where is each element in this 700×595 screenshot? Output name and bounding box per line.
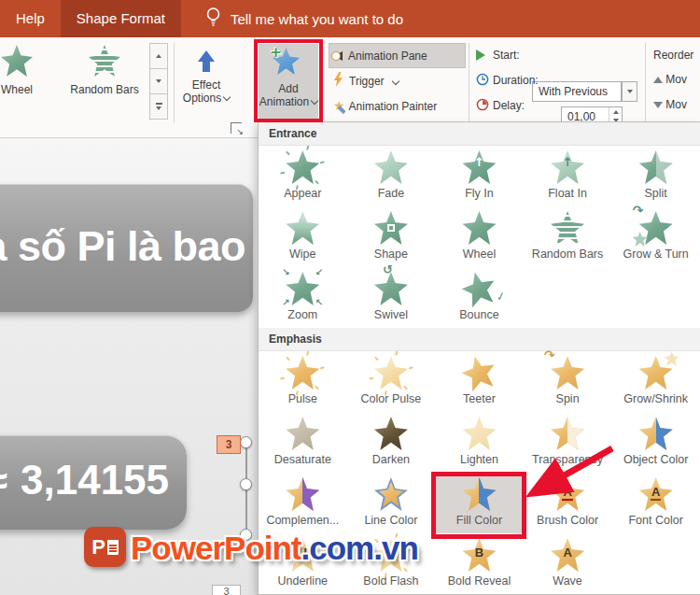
animation-pane-button[interactable]: Animation Pane <box>329 43 466 68</box>
menu-item-label: Fly In <box>465 187 494 200</box>
start-label: Start: <box>493 49 520 62</box>
slide-title-shape[interactable]: a số Pi là bao <box>0 184 253 312</box>
menu-item-label: Random Bars <box>532 248 603 261</box>
menu-item-teeter[interactable]: Teeter <box>435 351 524 412</box>
menu-item-label: Line Color <box>364 514 417 527</box>
trigger-button[interactable]: Trigger <box>329 69 403 92</box>
object-color-star-icon <box>639 417 673 450</box>
title-bar: Help Shape Format Tell me what you want … <box>0 0 700 37</box>
menu-item-color-pulse[interactable]: Color Pulse <box>347 351 436 412</box>
fade-star-icon <box>374 150 408 184</box>
animation-number-badge[interactable]: 3 <box>217 435 241 454</box>
menu-item-label: Lighten <box>460 453 498 466</box>
menu-item-label: Underline <box>278 574 329 588</box>
menu-section-header-emphasis: Emphasis <box>259 328 700 351</box>
duration-row: Duration: <box>476 69 539 92</box>
delay-row: Delay: <box>476 94 525 117</box>
duration-up-icon[interactable] <box>609 107 622 117</box>
menu-item-underline[interactable]: UUnderline <box>259 533 347 594</box>
zoom-star-icon: ↘↙↗↖ <box>286 272 319 305</box>
color-pulse-star-icon <box>374 356 408 390</box>
bounce-star-icon: ✓ <box>459 268 500 309</box>
dialog-launcher-icon[interactable]: ↘ <box>231 122 242 134</box>
menu-item-grow-turn[interactable]: ↷Grow & Turn <box>611 206 700 267</box>
menu-item-fly-in[interactable]: ↑Fly In <box>435 146 524 206</box>
menu-item-label: Wipe <box>289 248 315 261</box>
menu-item-swivel[interactable]: ↺Swivel <box>347 267 436 328</box>
teeter-star-icon <box>459 352 500 393</box>
menu-item-bold-flash[interactable]: BBold Flash <box>347 533 436 594</box>
menu-item-lighten[interactable]: Lighten <box>435 412 524 473</box>
menu-item-label: Brush Color <box>537 514 598 527</box>
effect-options-button[interactable]: Effect Options <box>177 42 235 128</box>
start-dropdown-arrow-icon[interactable] <box>622 81 637 102</box>
selection-handle-top[interactable] <box>240 436 252 448</box>
tab-shape-format[interactable]: Shape Format <box>61 0 181 37</box>
start-play-icon <box>476 50 485 61</box>
annotation-box-add-animation <box>254 39 323 122</box>
menu-item-darken[interactable]: Darken <box>347 412 436 473</box>
move-later-button[interactable]: Mov <box>653 98 687 111</box>
menu-item-desaturate[interactable]: Desaturate <box>259 412 347 473</box>
animation-pane-label: Animation Pane <box>348 50 427 63</box>
menu-item-appear[interactable]: Appear <box>259 146 347 206</box>
menu-item-bounce[interactable]: ✓Bounce <box>435 267 524 328</box>
menu-item-wave[interactable]: AWave <box>524 533 612 594</box>
animation-painter-icon: ★ <box>333 100 343 113</box>
menu-item-random-bars[interactable]: Random Bars <box>524 206 612 267</box>
duration-clock-icon <box>476 73 489 89</box>
menu-item-line-color[interactable]: Line Color <box>347 473 436 533</box>
gallery-scroll-down-icon[interactable] <box>149 68 168 94</box>
font-color-star-icon: A <box>639 477 673 511</box>
animation-number-badge-bottom[interactable]: 3 <box>212 585 241 595</box>
menu-item-label: Object Color <box>623 453 688 466</box>
tab-help[interactable]: Help <box>0 0 61 37</box>
wave-star-icon: A <box>551 538 584 572</box>
menu-item-shape[interactable]: Shape <box>347 206 436 267</box>
swivel-star-icon: ↺ <box>374 272 408 305</box>
menu-item-pulse[interactable]: Pulse <box>259 351 347 412</box>
wheel-star-icon <box>462 211 496 245</box>
annotation-arrow <box>515 437 627 507</box>
animation-painter-button[interactable]: ★ Animation Painter <box>329 94 441 118</box>
menu-item-bold-reveal[interactable]: BBold Reveal <box>435 533 524 594</box>
selection-handle-bottom[interactable] <box>240 529 252 541</box>
gallery-scroll-up-icon[interactable] <box>149 43 168 69</box>
menu-item-split[interactable]: Split <box>611 146 700 206</box>
menu-item-spin[interactable]: ↷Spin <box>524 351 612 412</box>
effect-options-label2: Options <box>183 92 230 105</box>
tell-me-box[interactable]: Tell me what you want to do <box>205 0 403 37</box>
lightbulb-icon <box>205 7 221 31</box>
gallery-more-icon[interactable] <box>149 93 168 120</box>
menu-item-label: Font Color <box>628 514 682 527</box>
menu-item-grow-shrink[interactable]: Grow/Shrink <box>611 351 700 412</box>
gallery-item-random-bars[interactable]: Random Bars <box>58 45 151 96</box>
menu-item-wheel[interactable]: Wheel <box>435 206 524 267</box>
menu-item-float-in[interactable]: ↑Float In <box>524 146 612 206</box>
menu-item-label: Swivel <box>374 308 408 321</box>
start-dropdown[interactable]: With Previous <box>532 81 622 102</box>
complementary-color-star-icon <box>286 477 319 511</box>
grow-turn-star-icon: ↷ <box>639 211 673 245</box>
menu-item-complemen[interactable]: Complemen... <box>259 473 347 533</box>
lighten-star-icon <box>462 417 496 450</box>
move-earlier-button[interactable]: Mov <box>653 73 687 86</box>
gallery-item-wheel[interactable]: Wheel <box>0 45 49 96</box>
wheel-star-icon <box>1 45 33 77</box>
desaturate-star-icon <box>286 417 319 450</box>
darken-star-icon <box>374 417 408 450</box>
menu-item-label: Bold Flash <box>363 574 418 588</box>
menu-item-wipe[interactable]: Wipe <box>259 206 347 267</box>
menu-item-fade[interactable]: Fade <box>347 146 436 206</box>
slide-title-text: a số Pi là bao <box>0 222 245 271</box>
gallery-scrollbar[interactable] <box>149 44 168 120</box>
menu-item-label: Teeter <box>463 392 496 405</box>
bold-flash-star-icon: B <box>374 538 408 572</box>
menu-item-zoom[interactable]: ↘↙↗↖Zoom <box>259 267 347 328</box>
menu-item-label: Darken <box>372 453 410 466</box>
selection-handle-middle[interactable] <box>240 478 252 490</box>
gallery-item-label: Wheel <box>1 83 33 96</box>
wipe-star-icon <box>286 211 319 245</box>
effect-options-arrow-icon <box>198 50 215 78</box>
slide-value-prefix: ≈ <box>0 457 7 503</box>
